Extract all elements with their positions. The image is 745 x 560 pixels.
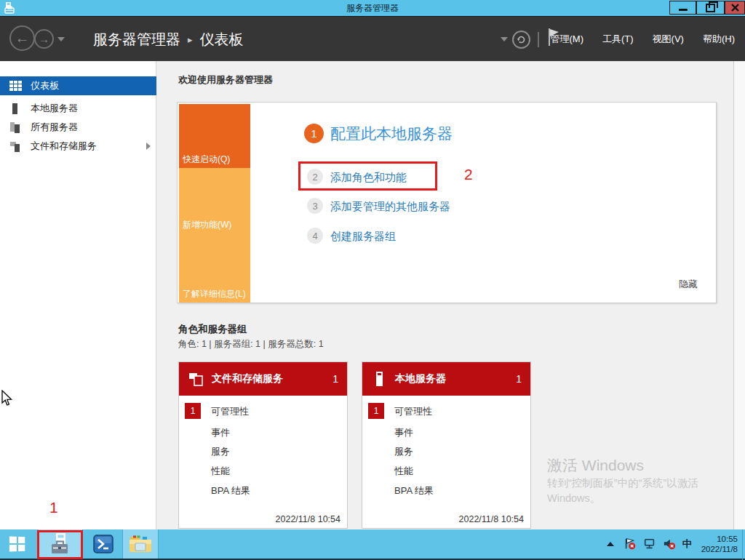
sidebar-item-label: 所有服务器	[31, 121, 78, 134]
menu-help[interactable]: 帮助(H)	[703, 33, 735, 46]
show-desktop-button[interactable]	[742, 529, 745, 560]
close-icon	[731, 4, 739, 12]
tray-ime-indicator[interactable]: 中	[682, 537, 692, 551]
tray-time: 10:55	[701, 534, 738, 544]
tile-row-bpa-results[interactable]: BPA 结果	[211, 484, 250, 497]
tile-count: 1	[332, 373, 338, 385]
annotation-number-1: 1	[49, 499, 58, 516]
step-1-configure-local-server-link[interactable]: 配置此本地服务器	[330, 124, 453, 144]
close-button[interactable]	[725, 1, 745, 15]
tile-title: 文件和存储服务	[212, 372, 283, 385]
forward-button[interactable]: →	[34, 29, 54, 49]
learn-more-tab-label: 了解详细信息(L)	[179, 288, 246, 303]
tile-local-server: 本地服务器 1 1 可管理性 事件 服务 性能 BPA 结果 2022/11/8…	[362, 361, 531, 529]
tray-show-hidden-icons[interactable]	[604, 537, 617, 551]
tile-row-performance[interactable]: 性能	[394, 465, 413, 478]
folder-icon	[128, 534, 153, 554]
sidebar-item-label: 本地服务器	[31, 102, 78, 115]
window-title: 服务器管理器	[0, 0, 745, 16]
tray-network-icon[interactable]	[643, 537, 656, 551]
refresh-icon	[517, 35, 526, 44]
up-arrow-icon	[607, 542, 614, 546]
tile-row-services[interactable]: 服务	[211, 445, 230, 458]
welcome-header: 欢迎使用服务器管理器	[178, 73, 273, 87]
desktop: 服务器管理器 ← → 服务器管理器 ▸ 仪表板	[0, 0, 745, 560]
local-server-icon	[9, 103, 22, 114]
tray-action-center-icon[interactable]	[624, 537, 637, 551]
history-dropdown-icon[interactable]	[57, 37, 65, 41]
menu-manage[interactable]: 管理(M)	[551, 33, 584, 46]
activation-watermark-title: 激活 Windows	[547, 455, 644, 476]
powershell-icon	[92, 534, 114, 554]
breadcrumb-root[interactable]: 服务器管理器	[93, 30, 180, 49]
back-button[interactable]: ←	[9, 25, 35, 51]
taskbar-file-explorer-button[interactable]	[122, 529, 159, 559]
tile-timestamp: 2022/11/8 10:54	[276, 514, 340, 524]
dashboard-icon	[9, 81, 22, 92]
minimize-button[interactable]	[669, 1, 696, 15]
step-3-add-servers-link[interactable]: 添加要管理的其他服务器	[330, 200, 450, 214]
tile-row-services[interactable]: 服务	[394, 445, 413, 458]
learn-more-tab[interactable]: 了解详细信息(L)	[179, 233, 250, 303]
start-button[interactable]	[0, 529, 35, 559]
tile-timestamp: 2022/11/8 10:54	[459, 514, 524, 524]
whats-new-tab-label: 新增功能(W)	[179, 219, 231, 233]
activation-watermark-line: 转到“控制面板”中的“系统”以激活	[547, 476, 698, 490]
expand-arrow-icon[interactable]	[146, 143, 151, 150]
step-1-number: 1	[304, 124, 324, 143]
tile-header[interactable]: 本地服务器 1	[362, 362, 530, 396]
tile-file-storage-services: 文件和存储服务 1 1 可管理性 事件 服务 性能 BPA 结果 2022/11…	[178, 361, 348, 529]
scope-dropdown-icon[interactable]	[501, 37, 508, 41]
refresh-button[interactable]	[512, 31, 530, 49]
annotation-number-2: 2	[464, 166, 473, 183]
manageability-alert-badge: 1	[185, 403, 201, 419]
mouse-cursor	[1, 390, 13, 410]
step-4-create-server-group-link[interactable]: 创建服务器组	[330, 230, 396, 244]
tile-count: 1	[516, 373, 522, 385]
windows-logo-icon	[9, 537, 25, 552]
sidebar-item-label: 文件和存储服务	[31, 140, 97, 153]
window-titlebar: 服务器管理器	[0, 0, 745, 16]
breadcrumb-current[interactable]: 仪表板	[200, 30, 244, 49]
activation-watermark-line: Windows。	[547, 492, 600, 505]
taskbar: 中 10:55 2022/11/8	[0, 529, 745, 560]
file-storage-tile-icon	[188, 370, 204, 388]
quickstart-tab[interactable]: 快速启动(Q)	[179, 104, 250, 168]
tray-volume-muted-icon[interactable]	[663, 537, 676, 551]
tray-clock[interactable]: 10:55 2022/11/8	[701, 534, 738, 554]
taskbar-powershell-button[interactable]	[87, 529, 119, 559]
tile-header[interactable]: 文件和存储服务 1	[179, 362, 347, 396]
tile-row-manageability[interactable]: 可管理性	[394, 405, 432, 418]
whats-new-tab[interactable]: 新增功能(W)	[179, 168, 250, 233]
menu-bar: 管理(M) 工具(T) 视图(V) 帮助(H)	[551, 17, 736, 62]
tile-row-events[interactable]: 事件	[394, 426, 413, 439]
annotation-box-step2	[298, 161, 437, 191]
vertical-scrollbar[interactable]	[733, 61, 745, 529]
sidebar-item-file-storage-services[interactable]: 文件和存储服务	[0, 137, 156, 155]
all-servers-icon	[9, 122, 22, 133]
tile-row-events[interactable]: 事件	[211, 426, 230, 439]
sidebar-item-local-server[interactable]: 本地服务器	[0, 100, 156, 117]
tile-row-manageability[interactable]: 可管理性	[211, 405, 249, 418]
sidebar-item-all-servers[interactable]: 所有服务器	[0, 119, 156, 136]
sidebar-item-label: 仪表板	[31, 79, 59, 92]
toolbar-separator	[538, 32, 539, 47]
quickstart-tab-label: 快速启动(Q)	[179, 153, 230, 168]
roles-section-title: 角色和服务器组	[178, 323, 247, 336]
local-server-tile-icon	[372, 370, 388, 388]
tile-row-performance[interactable]: 性能	[211, 465, 230, 478]
minimize-icon	[679, 9, 688, 11]
menu-tools[interactable]: 工具(T)	[602, 33, 634, 46]
tray-date: 2022/11/8	[701, 544, 738, 554]
tile-row-bpa-results[interactable]: BPA 结果	[394, 484, 434, 497]
restore-button[interactable]	[696, 1, 725, 15]
sidebar-item-dashboard[interactable]: 仪表板	[0, 76, 156, 95]
step-3-number: 3	[307, 198, 323, 214]
tile-title: 本地服务器	[395, 372, 446, 385]
restore-icon	[706, 4, 715, 12]
sidebar: 仪表板 本地服务器 所有服务器 文件和存储服务	[0, 61, 156, 529]
hide-link[interactable]: 隐藏	[679, 278, 698, 291]
system-tray: 中 10:55 2022/11/8	[604, 529, 741, 559]
annotation-box-taskbar	[37, 530, 83, 559]
menu-view[interactable]: 视图(V)	[653, 33, 684, 46]
